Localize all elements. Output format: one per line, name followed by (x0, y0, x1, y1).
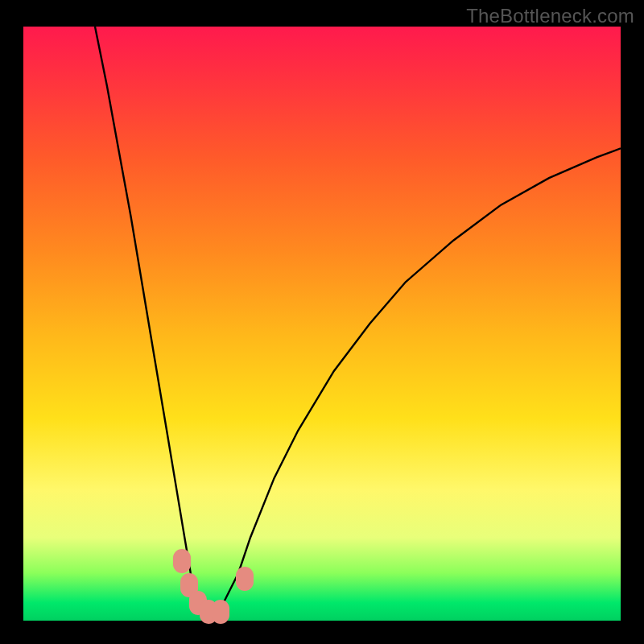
marker-dot (236, 567, 254, 591)
marker-dot (212, 600, 229, 624)
chart-frame: TheBottleneck.com (0, 0, 644, 644)
watermark-text: TheBottleneck.com (466, 5, 634, 27)
marker-dot (173, 549, 191, 573)
plot-area (23, 27, 621, 621)
